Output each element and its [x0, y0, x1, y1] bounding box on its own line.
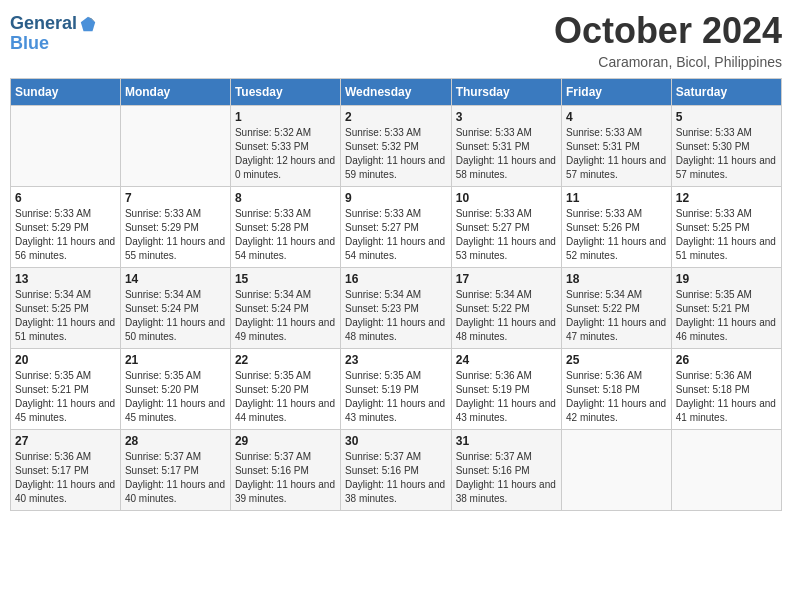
- day-info: Sunrise: 5:33 AMSunset: 5:30 PMDaylight:…: [676, 126, 777, 182]
- calendar-day-cell: 16Sunrise: 5:34 AMSunset: 5:23 PMDayligh…: [340, 268, 451, 349]
- day-info: Sunrise: 5:35 AMSunset: 5:21 PMDaylight:…: [676, 288, 777, 344]
- calendar-week-row: 13Sunrise: 5:34 AMSunset: 5:25 PMDayligh…: [11, 268, 782, 349]
- day-info: Sunrise: 5:36 AMSunset: 5:19 PMDaylight:…: [456, 369, 557, 425]
- day-of-week-header: Sunday: [11, 79, 121, 106]
- logo: General Blue: [10, 14, 97, 54]
- calendar-day-cell: 2Sunrise: 5:33 AMSunset: 5:32 PMDaylight…: [340, 106, 451, 187]
- calendar-day-cell: 11Sunrise: 5:33 AMSunset: 5:26 PMDayligh…: [561, 187, 671, 268]
- calendar-header-row: SundayMondayTuesdayWednesdayThursdayFrid…: [11, 79, 782, 106]
- day-number: 28: [125, 434, 226, 448]
- day-info: Sunrise: 5:33 AMSunset: 5:32 PMDaylight:…: [345, 126, 447, 182]
- calendar-table: SundayMondayTuesdayWednesdayThursdayFrid…: [10, 78, 782, 511]
- day-info: Sunrise: 5:35 AMSunset: 5:19 PMDaylight:…: [345, 369, 447, 425]
- calendar-day-cell: 9Sunrise: 5:33 AMSunset: 5:27 PMDaylight…: [340, 187, 451, 268]
- day-number: 27: [15, 434, 116, 448]
- calendar-day-cell: 1Sunrise: 5:32 AMSunset: 5:33 PMDaylight…: [230, 106, 340, 187]
- calendar-day-cell: 26Sunrise: 5:36 AMSunset: 5:18 PMDayligh…: [671, 349, 781, 430]
- day-of-week-header: Tuesday: [230, 79, 340, 106]
- calendar-day-cell: 30Sunrise: 5:37 AMSunset: 5:16 PMDayligh…: [340, 430, 451, 511]
- day-number: 2: [345, 110, 447, 124]
- day-info: Sunrise: 5:34 AMSunset: 5:25 PMDaylight:…: [15, 288, 116, 344]
- calendar-day-cell: 4Sunrise: 5:33 AMSunset: 5:31 PMDaylight…: [561, 106, 671, 187]
- day-number: 20: [15, 353, 116, 367]
- day-of-week-header: Wednesday: [340, 79, 451, 106]
- day-info: Sunrise: 5:33 AMSunset: 5:25 PMDaylight:…: [676, 207, 777, 263]
- day-number: 12: [676, 191, 777, 205]
- title-area: October 2024 Caramoran, Bicol, Philippin…: [554, 10, 782, 70]
- day-number: 14: [125, 272, 226, 286]
- calendar-day-cell: 10Sunrise: 5:33 AMSunset: 5:27 PMDayligh…: [451, 187, 561, 268]
- day-of-week-header: Saturday: [671, 79, 781, 106]
- day-number: 21: [125, 353, 226, 367]
- calendar-day-cell: 13Sunrise: 5:34 AMSunset: 5:25 PMDayligh…: [11, 268, 121, 349]
- day-info: Sunrise: 5:37 AMSunset: 5:16 PMDaylight:…: [456, 450, 557, 506]
- day-number: 17: [456, 272, 557, 286]
- calendar-day-cell: 20Sunrise: 5:35 AMSunset: 5:21 PMDayligh…: [11, 349, 121, 430]
- day-of-week-header: Monday: [120, 79, 230, 106]
- calendar-day-cell: 15Sunrise: 5:34 AMSunset: 5:24 PMDayligh…: [230, 268, 340, 349]
- calendar-day-cell: 12Sunrise: 5:33 AMSunset: 5:25 PMDayligh…: [671, 187, 781, 268]
- day-info: Sunrise: 5:37 AMSunset: 5:16 PMDaylight:…: [235, 450, 336, 506]
- day-info: Sunrise: 5:35 AMSunset: 5:21 PMDaylight:…: [15, 369, 116, 425]
- calendar-day-cell: 3Sunrise: 5:33 AMSunset: 5:31 PMDaylight…: [451, 106, 561, 187]
- calendar-day-cell: 29Sunrise: 5:37 AMSunset: 5:16 PMDayligh…: [230, 430, 340, 511]
- calendar-day-cell: 24Sunrise: 5:36 AMSunset: 5:19 PMDayligh…: [451, 349, 561, 430]
- day-info: Sunrise: 5:35 AMSunset: 5:20 PMDaylight:…: [235, 369, 336, 425]
- calendar-day-cell: 17Sunrise: 5:34 AMSunset: 5:22 PMDayligh…: [451, 268, 561, 349]
- day-number: 29: [235, 434, 336, 448]
- calendar-day-cell: 14Sunrise: 5:34 AMSunset: 5:24 PMDayligh…: [120, 268, 230, 349]
- subtitle: Caramoran, Bicol, Philippines: [554, 54, 782, 70]
- day-number: 30: [345, 434, 447, 448]
- calendar-week-row: 6Sunrise: 5:33 AMSunset: 5:29 PMDaylight…: [11, 187, 782, 268]
- day-number: 18: [566, 272, 667, 286]
- day-number: 23: [345, 353, 447, 367]
- calendar-day-cell: 31Sunrise: 5:37 AMSunset: 5:16 PMDayligh…: [451, 430, 561, 511]
- day-number: 26: [676, 353, 777, 367]
- calendar-day-cell: 18Sunrise: 5:34 AMSunset: 5:22 PMDayligh…: [561, 268, 671, 349]
- calendar-day-cell: 8Sunrise: 5:33 AMSunset: 5:28 PMDaylight…: [230, 187, 340, 268]
- calendar-day-cell: [671, 430, 781, 511]
- month-title: October 2024: [554, 10, 782, 52]
- calendar-day-cell: 25Sunrise: 5:36 AMSunset: 5:18 PMDayligh…: [561, 349, 671, 430]
- calendar-day-cell: 7Sunrise: 5:33 AMSunset: 5:29 PMDaylight…: [120, 187, 230, 268]
- calendar-week-row: 1Sunrise: 5:32 AMSunset: 5:33 PMDaylight…: [11, 106, 782, 187]
- calendar-day-cell: [120, 106, 230, 187]
- day-number: 16: [345, 272, 447, 286]
- calendar-day-cell: 28Sunrise: 5:37 AMSunset: 5:17 PMDayligh…: [120, 430, 230, 511]
- day-info: Sunrise: 5:34 AMSunset: 5:22 PMDaylight:…: [566, 288, 667, 344]
- day-number: 5: [676, 110, 777, 124]
- day-number: 31: [456, 434, 557, 448]
- logo-text-general: General: [10, 14, 77, 34]
- calendar-day-cell: 5Sunrise: 5:33 AMSunset: 5:30 PMDaylight…: [671, 106, 781, 187]
- day-of-week-header: Friday: [561, 79, 671, 106]
- day-info: Sunrise: 5:33 AMSunset: 5:31 PMDaylight:…: [566, 126, 667, 182]
- calendar-day-cell: 21Sunrise: 5:35 AMSunset: 5:20 PMDayligh…: [120, 349, 230, 430]
- calendar-week-row: 20Sunrise: 5:35 AMSunset: 5:21 PMDayligh…: [11, 349, 782, 430]
- day-info: Sunrise: 5:37 AMSunset: 5:17 PMDaylight:…: [125, 450, 226, 506]
- day-info: Sunrise: 5:34 AMSunset: 5:24 PMDaylight:…: [235, 288, 336, 344]
- logo-icon: [79, 15, 97, 33]
- day-info: Sunrise: 5:34 AMSunset: 5:23 PMDaylight:…: [345, 288, 447, 344]
- day-info: Sunrise: 5:37 AMSunset: 5:16 PMDaylight:…: [345, 450, 447, 506]
- calendar-day-cell: 22Sunrise: 5:35 AMSunset: 5:20 PMDayligh…: [230, 349, 340, 430]
- day-info: Sunrise: 5:33 AMSunset: 5:29 PMDaylight:…: [15, 207, 116, 263]
- calendar-day-cell: [561, 430, 671, 511]
- day-of-week-header: Thursday: [451, 79, 561, 106]
- day-number: 8: [235, 191, 336, 205]
- day-info: Sunrise: 5:33 AMSunset: 5:27 PMDaylight:…: [456, 207, 557, 263]
- day-info: Sunrise: 5:33 AMSunset: 5:26 PMDaylight:…: [566, 207, 667, 263]
- day-number: 9: [345, 191, 447, 205]
- day-number: 22: [235, 353, 336, 367]
- calendar-day-cell: 19Sunrise: 5:35 AMSunset: 5:21 PMDayligh…: [671, 268, 781, 349]
- logo-text-blue: Blue: [10, 33, 49, 53]
- page-header: General Blue October 2024 Caramoran, Bic…: [10, 10, 782, 70]
- day-info: Sunrise: 5:33 AMSunset: 5:29 PMDaylight:…: [125, 207, 226, 263]
- day-number: 4: [566, 110, 667, 124]
- day-info: Sunrise: 5:35 AMSunset: 5:20 PMDaylight:…: [125, 369, 226, 425]
- calendar-day-cell: 23Sunrise: 5:35 AMSunset: 5:19 PMDayligh…: [340, 349, 451, 430]
- day-number: 11: [566, 191, 667, 205]
- calendar-day-cell: [11, 106, 121, 187]
- day-info: Sunrise: 5:32 AMSunset: 5:33 PMDaylight:…: [235, 126, 336, 182]
- day-number: 24: [456, 353, 557, 367]
- day-info: Sunrise: 5:36 AMSunset: 5:17 PMDaylight:…: [15, 450, 116, 506]
